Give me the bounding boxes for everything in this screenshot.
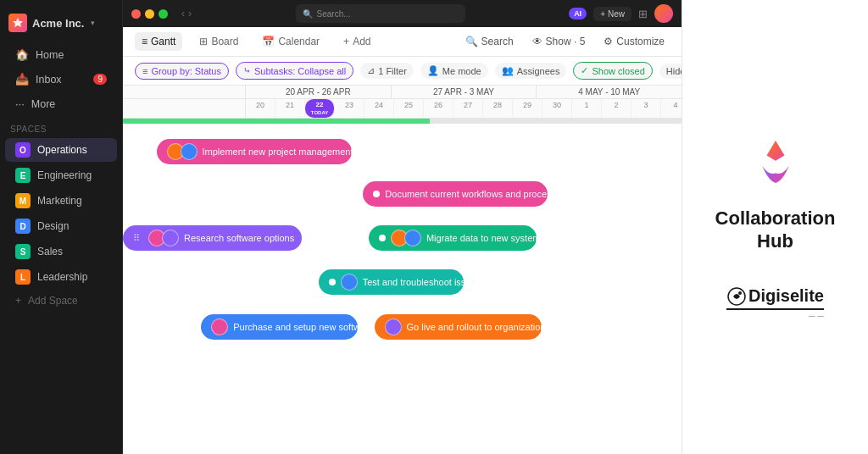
date-range-3: 4 MAY - 10 MAY [537, 86, 682, 98]
search-icon-2: 🔍 [465, 36, 478, 47]
inbox-icon: 📥 [15, 73, 29, 86]
group-icon: ≡ [142, 66, 147, 76]
gantt-icon: ≡ [142, 36, 147, 47]
collab-title: CollaborationHub [715, 208, 836, 252]
marketing-dot: M [15, 193, 31, 208]
close-button[interactable] [131, 9, 141, 19]
avatar-6 [404, 230, 421, 246]
avatar-2 [181, 143, 198, 160]
gantt-toolbar: ≡ Group by: Status ⤷ Subtasks: Collapse … [123, 57, 682, 86]
sidebar-item-operations[interactable]: O Operations [5, 138, 117, 162]
leadership-dot: L [15, 269, 31, 285]
more-label: More [31, 98, 55, 110]
sidebar-item-sales[interactable]: S Sales [5, 240, 117, 263]
day-1: 1 [572, 99, 602, 118]
sidebar-item-more[interactable]: ··· More [5, 92, 117, 115]
forward-arrow-icon[interactable]: › [188, 8, 192, 19]
show-closed-button[interactable]: ✓ Show closed [573, 62, 652, 80]
new-button[interactable]: + New [593, 7, 632, 21]
sidebar-item-home[interactable]: 🏠 Home [5, 43, 117, 66]
task-test-label: Test and troubleshoot issues [363, 277, 481, 287]
show-label: Show · 5 [546, 36, 586, 47]
home-label: Home [36, 49, 64, 61]
customize-label: Customize [616, 36, 665, 47]
operations-label: Operations [37, 144, 87, 156]
subtasks-button[interactable]: ⤷ Subtasks: Collapse all [236, 62, 353, 80]
tab-calendar[interactable]: 📅 Calendar [255, 32, 326, 51]
show-button[interactable]: 👁 Show · 5 [527, 33, 591, 50]
assignees-button[interactable]: 👥 Assignees [495, 63, 567, 79]
task-label-spacer [123, 99, 246, 118]
sidebar: Acme Inc. ▾ 🏠 Home 📥 Inbox 9 ··· More Sp… [0, 0, 123, 454]
design-label: Design [37, 220, 69, 232]
ai-badge[interactable]: AI [569, 8, 587, 19]
grid-icon[interactable]: ⊞ [638, 8, 648, 20]
gantt-chart: 20 APR - 26 APR 27 APR - 3 MAY 4 MAY - 1… [123, 86, 682, 454]
task-purchase[interactable]: Purchase and setup new software [201, 314, 358, 340]
digiselite-icon [726, 286, 747, 307]
sidebar-item-design[interactable]: D Design [5, 214, 117, 238]
hide-button[interactable]: Hide [659, 64, 682, 79]
today-label: TODAY [311, 110, 328, 115]
task-avatars-2 [148, 230, 179, 246]
day-22-today: 22TODAY [305, 99, 335, 118]
collab-logo-icon [746, 135, 805, 194]
day-28: 28 [483, 99, 513, 118]
me-icon: 👤 [427, 65, 439, 76]
add-view-button[interactable]: + Add [337, 32, 377, 51]
brand-sub: — — [726, 312, 824, 319]
tab-gantt[interactable]: ≡ Gantt [135, 32, 182, 51]
task-golive[interactable]: Go live and rollout to organization [375, 314, 542, 340]
design-dot: D [15, 219, 31, 234]
home-icon: 🏠 [15, 48, 29, 61]
group-by-button[interactable]: ≡ Group by: Status [135, 63, 229, 80]
workspace-header[interactable]: Acme Inc. ▾ [0, 7, 122, 39]
filter-button[interactable]: ⊿ 1 Filter [360, 63, 414, 79]
maximize-button[interactable] [159, 9, 168, 19]
task-implement[interactable]: Implement new project management system [157, 139, 353, 164]
show-closed-label: Show closed [592, 66, 644, 76]
filter-label: 1 Filter [378, 66, 407, 76]
sidebar-item-inbox[interactable]: 📥 Inbox 9 [5, 68, 117, 91]
search-label: Search [481, 36, 514, 47]
drag-handle-left[interactable]: ⠿ [133, 233, 140, 244]
chevron-down-icon: ▾ [91, 19, 95, 27]
minimize-button[interactable] [145, 9, 154, 19]
search-button[interactable]: 🔍 Search [460, 33, 519, 50]
filter-icon: ⊿ [367, 65, 375, 76]
brand-underline [726, 308, 824, 310]
task-implement-label: Implement new project management system [203, 147, 386, 157]
customize-icon: ⚙ [604, 36, 613, 47]
show-icon: 👁 [532, 36, 542, 47]
search-icon: 🔍 [303, 9, 313, 19]
board-label: Board [211, 36, 238, 47]
task-migrate[interactable]: Migrate data to new system [369, 225, 537, 251]
drag-handle-right[interactable]: ⠿ [303, 233, 309, 244]
add-icon: + [15, 295, 21, 307]
tab-board[interactable]: ⊞ Board [192, 32, 245, 51]
sidebar-item-leadership[interactable]: L Leadership [5, 265, 117, 289]
add-space-button[interactable]: + Add Space [5, 291, 117, 311]
inbox-label: Inbox [36, 74, 62, 86]
me-mode-button[interactable]: 👤 Me mode [420, 63, 488, 79]
date-ranges: 20 APR - 26 APR 27 APR - 3 MAY 4 MAY - 1… [123, 86, 682, 99]
engineering-dot: E [15, 168, 31, 183]
hide-label: Hide [666, 66, 682, 76]
gantt-label: Gantt [151, 36, 175, 47]
task-research[interactable]: ⠿ Research software options ⠿ [123, 225, 302, 251]
plus-icon: + [600, 9, 605, 19]
sidebar-item-engineering[interactable]: E Engineering [5, 163, 117, 187]
day-25: 25 [394, 99, 424, 118]
day-4: 4 [661, 99, 682, 118]
back-arrow-icon[interactable]: ‹ [181, 8, 185, 19]
task-test[interactable]: Test and troubleshoot issues [319, 269, 464, 295]
task-document[interactable]: Document current workflows and processes [363, 181, 547, 207]
customize-button[interactable]: ⚙ Customize [598, 33, 670, 50]
avatar-8 [211, 318, 228, 335]
topbar-search[interactable]: 🔍 Search... [296, 4, 465, 23]
day-cells: 20 21 22TODAY 23 24 25 26 27 28 29 30 1 … [246, 99, 682, 118]
sales-label: Sales [37, 246, 63, 257]
avatar[interactable] [654, 4, 673, 23]
calendar-icon: 📅 [262, 36, 275, 47]
sidebar-item-marketing[interactable]: M Marketing [5, 189, 117, 213]
